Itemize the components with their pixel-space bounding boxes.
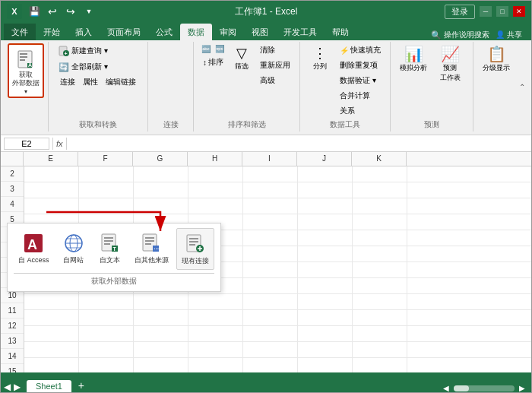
- formula-input[interactable]: [70, 138, 528, 149]
- advanced-btn[interactable]: 高级: [257, 74, 293, 87]
- grid-cell[interactable]: [188, 166, 243, 182]
- filter-btn[interactable]: ▽ 筛选: [228, 43, 255, 73]
- sheet-nav-left-btn[interactable]: ◀: [4, 382, 11, 392]
- add-sheet-btn[interactable]: +: [74, 379, 88, 392]
- grid-cell[interactable]: [353, 182, 407, 198]
- tab-formula[interactable]: 公式: [148, 24, 180, 40]
- close-btn[interactable]: ✕: [513, 6, 525, 17]
- grid-cell[interactable]: [243, 278, 298, 293]
- grid-cell[interactable]: [298, 198, 353, 214]
- grid-cell[interactable]: [298, 166, 353, 182]
- row-header-13[interactable]: 13: [1, 334, 24, 349]
- connections-btn[interactable]: 连接: [58, 76, 78, 88]
- grid-cell[interactable]: [298, 262, 353, 277]
- grid-cell[interactable]: [243, 214, 298, 230]
- grid-cell[interactable]: [79, 358, 134, 372]
- col-header-i[interactable]: I: [242, 152, 297, 166]
- grid-cell[interactable]: [24, 358, 79, 372]
- simulate-btn[interactable]: 📊 模拟分析: [397, 43, 430, 74]
- search-operations-btn[interactable]: 🔍 操作说明搜索: [431, 30, 489, 40]
- redo-quick-btn[interactable]: ↪: [63, 4, 78, 19]
- row-header-11[interactable]: 11: [1, 303, 24, 319]
- tab-home[interactable]: 开始: [36, 24, 68, 40]
- grid-cell[interactable]: [353, 326, 407, 341]
- grid-cell[interactable]: [24, 294, 79, 309]
- col-header-g[interactable]: G: [133, 152, 188, 166]
- tab-help[interactable]: 帮助: [325, 24, 356, 40]
- tab-view[interactable]: 视图: [244, 24, 276, 40]
- sheet-nav-right-btn[interactable]: ▶: [14, 382, 21, 392]
- existing-connections-btn[interactable]: 现有连接: [176, 228, 214, 270]
- grid-cell[interactable]: [134, 166, 188, 182]
- grid-cell[interactable]: [353, 246, 407, 261]
- grid-cell[interactable]: [243, 326, 298, 341]
- grid-cell[interactable]: [24, 198, 79, 214]
- reapply-btn[interactable]: 重新应用: [257, 59, 293, 72]
- scroll-right-btn[interactable]: ▶: [519, 384, 525, 392]
- maximize-btn[interactable]: □: [496, 6, 508, 17]
- grid-cell[interactable]: [79, 310, 134, 325]
- grid-cell[interactable]: [243, 166, 298, 182]
- ribbon-collapse-btn[interactable]: ⌃: [519, 42, 528, 132]
- refresh-all-btn[interactable]: 🔄 全部刷新 ▾: [55, 59, 111, 74]
- grid-cell[interactable]: [353, 230, 407, 246]
- row-header-2[interactable]: 2: [1, 166, 24, 182]
- save-quick-btn[interactable]: 💾: [27, 4, 42, 19]
- grid-cell[interactable]: [24, 310, 79, 325]
- grid-cell[interactable]: [298, 246, 353, 261]
- grid-cell[interactable]: [24, 182, 79, 198]
- grid-cell[interactable]: [298, 294, 353, 309]
- grid-cell[interactable]: [79, 198, 134, 214]
- minimize-btn[interactable]: ─: [480, 6, 492, 17]
- grid-cell[interactable]: [134, 326, 188, 341]
- sort-za-btn[interactable]: 🔤: [214, 43, 226, 55]
- tab-layout[interactable]: 页面布局: [100, 24, 148, 40]
- grid-cell[interactable]: [188, 182, 243, 198]
- grid-cell[interactable]: [243, 246, 298, 261]
- grid-cell[interactable]: [134, 182, 188, 198]
- clear-btn[interactable]: 清除: [257, 43, 293, 57]
- scroll-left-btn[interactable]: ◀: [443, 384, 449, 392]
- tab-developer[interactable]: 开发工具: [276, 24, 325, 40]
- grid-cell[interactable]: [243, 294, 298, 309]
- grid-cell[interactable]: [243, 262, 298, 277]
- row-header-15[interactable]: 15: [1, 364, 24, 372]
- grid-cell[interactable]: [243, 310, 298, 325]
- cell-reference-input[interactable]: [4, 138, 49, 150]
- row-header-12[interactable]: 12: [1, 319, 24, 334]
- grid-cell[interactable]: [24, 326, 79, 341]
- grid-cell[interactable]: [298, 310, 353, 325]
- from-text-btn[interactable]: T 自文本: [93, 228, 127, 268]
- scroll-bar[interactable]: [454, 385, 515, 391]
- tab-file[interactable]: 文件: [4, 24, 36, 40]
- grid-cell[interactable]: [353, 166, 407, 182]
- from-web-btn[interactable]: 自网站: [57, 228, 90, 268]
- row-header-3[interactable]: 3: [1, 182, 24, 197]
- grid-cell[interactable]: [134, 342, 188, 357]
- sheet1-tab[interactable]: Sheet1: [27, 380, 71, 392]
- grid-cell[interactable]: [298, 358, 353, 372]
- grid-cell[interactable]: [353, 294, 407, 309]
- grid-cell[interactable]: [353, 214, 407, 230]
- grid-cell[interactable]: [298, 214, 353, 230]
- grid-cell[interactable]: [353, 198, 407, 214]
- grid-cell[interactable]: [298, 230, 353, 246]
- col-header-k[interactable]: K: [352, 152, 407, 166]
- grid-cell[interactable]: [298, 326, 353, 341]
- grid-cell[interactable]: [188, 326, 243, 341]
- split-columns-btn[interactable]: ⋮ 分列: [306, 43, 334, 73]
- grid-cell[interactable]: [353, 310, 407, 325]
- grid-cell[interactable]: [353, 262, 407, 277]
- validate-btn[interactable]: 数据验证 ▾: [337, 74, 384, 87]
- grid-cell[interactable]: [134, 198, 188, 214]
- grid-cell[interactable]: [188, 294, 243, 309]
- grid-cell[interactable]: [24, 342, 79, 357]
- remove-dup-btn[interactable]: 删除重复项: [337, 59, 384, 72]
- col-header-f[interactable]: F: [78, 152, 133, 166]
- forecast-btn[interactable]: 📈 预测工作表: [433, 43, 467, 84]
- edit-links-btn[interactable]: 编辑链接: [103, 76, 138, 88]
- grid-cell[interactable]: [134, 358, 188, 372]
- grid-cell[interactable]: [134, 310, 188, 325]
- login-button[interactable]: 登录: [445, 5, 475, 19]
- grid-cell[interactable]: [243, 182, 298, 198]
